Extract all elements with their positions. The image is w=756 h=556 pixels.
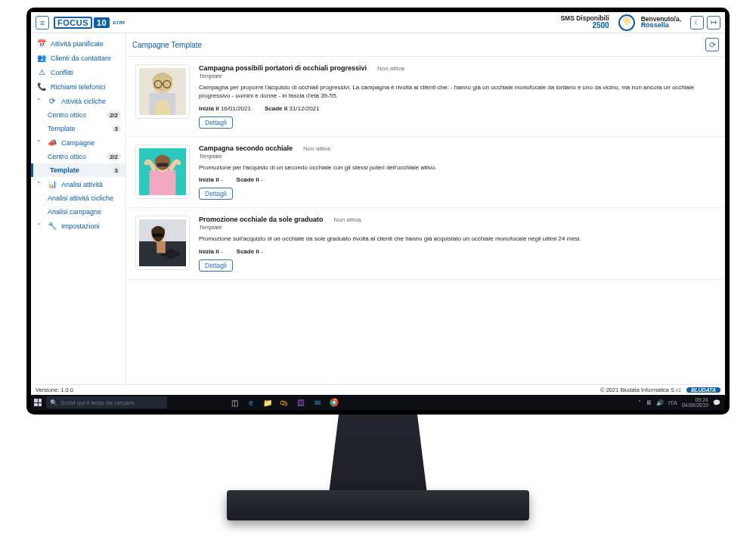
- warning-icon: ⚠: [37, 68, 46, 76]
- template-card: Campagna secondo occhiale Non attiva Tem…: [126, 137, 725, 209]
- template-description: Campagna per proporre l'acquisto di occh…: [199, 84, 716, 101]
- sidebar-group-analisi-attivita[interactable]: ˄ 📊 Analisi attività: [31, 177, 125, 191]
- sidebar-item-attivita-pianificate[interactable]: 📅 Attività pianificate: [31, 36, 125, 51]
- photos-icon[interactable]: 🖼: [294, 396, 308, 408]
- sidebar-item-cicliche-centro-ottico[interactable]: Centro ottico 2/2: [31, 108, 125, 122]
- tray-chevron-icon[interactable]: ˄: [638, 399, 641, 406]
- tray-language[interactable]: ITA: [668, 399, 677, 406]
- sidebar-item-analisi-campagne[interactable]: Analisi campagne: [31, 205, 125, 219]
- template-thumbnail: [135, 64, 190, 119]
- version-text: Versione: 1.0.0: [36, 387, 73, 393]
- template-subtitle: Template: [199, 153, 716, 160]
- sidebar-item-label: Campagne: [61, 139, 94, 147]
- chart-icon: 📊: [48, 180, 57, 188]
- sidebar-item-label: Richiami telefonici: [51, 83, 106, 91]
- sidebar-item-label: Centro ottico: [48, 153, 86, 160]
- chevron-up-icon: ˄: [37, 98, 43, 105]
- logout-button[interactable]: ↦: [707, 16, 720, 30]
- template-status: Non attiva: [303, 145, 330, 152]
- template-thumbnail: [135, 216, 190, 270]
- sidebar-item-label: Analisi attività cicliche: [48, 194, 113, 202]
- sidebar-item-label: Template: [50, 166, 79, 174]
- sidebar-item-richiami-telefonici[interactable]: 📞 Richiami telefonici: [31, 79, 125, 94]
- start-date: Inizia il -: [199, 248, 223, 255]
- template-subtitle: Template: [199, 224, 716, 231]
- count-badge: 3: [112, 126, 121, 132]
- start-date: Inizia il 16/01/2021: [199, 105, 251, 112]
- sms-available: SMS Disponibili 2500: [560, 15, 609, 30]
- megaphone-icon: 📣: [48, 138, 57, 147]
- tray-notifications-icon[interactable]: 💬: [713, 399, 720, 406]
- welcome-username: Rossella: [641, 22, 681, 29]
- sidebar-item-clienti-da-contattare[interactable]: 👥 Clienti da contattare: [31, 51, 125, 65]
- sidebar-item-label: Attività cicliche: [61, 98, 106, 105]
- menu-toggle-button[interactable]: ≡: [36, 16, 49, 30]
- end-date: Scade il -: [237, 176, 263, 183]
- mail-icon[interactable]: ✉: [311, 396, 324, 408]
- monitor-stand-base: [227, 490, 529, 520]
- template-status: Non attiva: [377, 65, 404, 72]
- sidebar-item-label: Conflitti: [51, 69, 73, 76]
- history-icon: ⟳: [48, 97, 57, 105]
- tray-volume-icon[interactable]: 🔊: [656, 399, 664, 406]
- wrench-icon: 🔧: [48, 222, 57, 230]
- copyright-text: © 2021 Bludata Informatica S.r.l.: [600, 387, 682, 393]
- app-logo: FOCUS 10 crm: [54, 17, 125, 29]
- dark-mode-button[interactable]: ☾: [690, 16, 704, 30]
- template-thumbnail: [135, 144, 190, 199]
- sidebar-group-impostazioni[interactable]: ˅ 🔧 Impostazioni: [31, 219, 125, 233]
- main: 📅 Attività pianificate 👥 Clienti da cont…: [31, 33, 725, 384]
- chevron-up-icon: ˄: [37, 139, 43, 147]
- windows-taskbar: 🔍 ◫ e 📁 🛍 🖼 ✉: [31, 395, 725, 410]
- template-description: Promozione sull'acquisto di un occhiale …: [199, 235, 716, 244]
- file-explorer-icon[interactable]: 📁: [261, 396, 274, 408]
- sidebar-item-analisi-cicliche[interactable]: Analisi attività cicliche: [31, 191, 125, 205]
- svg-rect-7: [150, 170, 176, 195]
- details-button[interactable]: Dettagli: [199, 259, 233, 272]
- start-button[interactable]: [34, 399, 42, 406]
- content: Campagne Template ⟳: [126, 33, 725, 384]
- end-date: Scade il 31/12/2021: [265, 105, 320, 112]
- svg-rect-13: [152, 234, 164, 238]
- sidebar-item-label: Attività pianificate: [51, 40, 104, 48]
- people-icon: 👥: [37, 54, 46, 62]
- sidebar-item-label: Clienti da contattare: [51, 54, 111, 62]
- svg-rect-9: [156, 163, 169, 166]
- template-title: Campagna secondo occhiale: [199, 144, 293, 152]
- sidebar-item-label: Centro ottico: [48, 111, 86, 119]
- store-icon[interactable]: 🛍: [277, 396, 291, 408]
- svg-point-19: [333, 401, 336, 404]
- template-card: Promozione occhiale da sole graduato Non…: [126, 208, 725, 280]
- tray-network-icon[interactable]: 🖥: [646, 399, 652, 406]
- chevron-up-icon: ˄: [37, 181, 43, 188]
- count-badge: 3: [112, 167, 121, 174]
- template-status: Non attiva: [334, 216, 361, 223]
- search-icon: 🔍: [50, 399, 57, 406]
- avatar[interactable]: [618, 14, 635, 31]
- edge-icon[interactable]: e: [244, 396, 258, 408]
- sidebar-item-label: Impostazioni: [61, 222, 100, 230]
- sidebar-item-label: Template: [48, 125, 76, 132]
- chrome-icon[interactable]: [327, 396, 341, 408]
- sidebar-item-campagne-template[interactable]: Template 3: [31, 163, 125, 177]
- tray-clock[interactable]: 09:24 04/06/2019: [682, 397, 708, 408]
- search-input[interactable]: [60, 399, 163, 406]
- refresh-button[interactable]: ⟳: [705, 38, 719, 51]
- task-view-icon[interactable]: ◫: [228, 396, 241, 408]
- sidebar: 📅 Attività pianificate 👥 Clienti da cont…: [31, 33, 126, 384]
- app-footer: Versione: 1.0.0 © 2021 Bludata Informati…: [31, 384, 725, 395]
- details-button[interactable]: Dettagli: [199, 116, 233, 129]
- sidebar-item-label: Analisi campagne: [48, 208, 101, 216]
- details-button[interactable]: Dettagli: [199, 188, 233, 200]
- taskbar-search[interactable]: 🔍: [46, 396, 167, 408]
- sidebar-group-attivita-cicliche[interactable]: ˄ ⟳ Attività cicliche: [31, 94, 125, 108]
- sidebar-group-campagne[interactable]: ˄ 📣 Campagne: [31, 135, 125, 150]
- sms-count: 2500: [560, 22, 609, 30]
- sidebar-item-conflitti[interactable]: ⚠ Conflitti: [31, 65, 125, 79]
- sidebar-item-cicliche-template[interactable]: Template 3: [31, 122, 125, 135]
- template-list: Campagna possibili portatori di occhiali…: [126, 57, 725, 384]
- sidebar-item-campagne-centro-ottico[interactable]: Centro ottico 2/2: [31, 150, 125, 163]
- sidebar-item-label: Analisi attività: [61, 181, 103, 188]
- screen: ≡ FOCUS 10 crm SMS Disponibili 2500 Benv…: [31, 12, 725, 410]
- logo-focus: FOCUS: [54, 17, 92, 29]
